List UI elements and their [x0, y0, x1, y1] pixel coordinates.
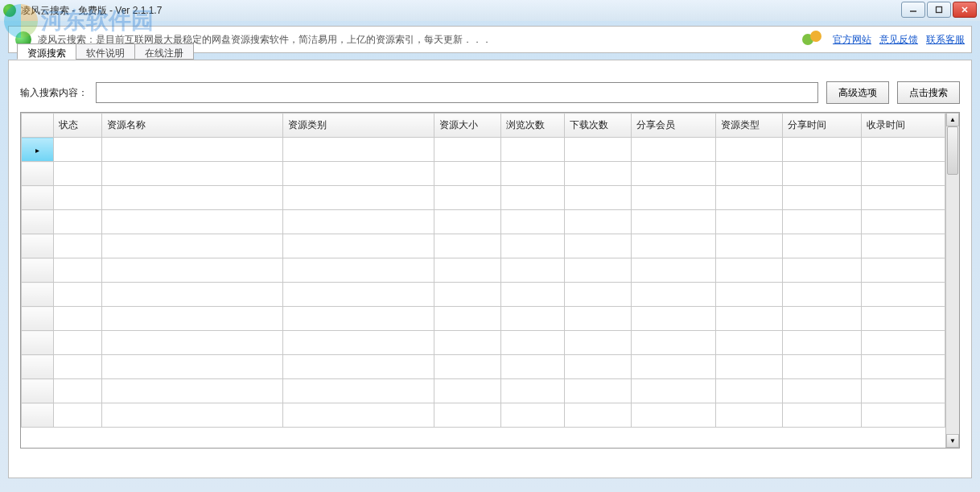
- cell-views[interactable]: [500, 234, 564, 258]
- table-row[interactable]: [22, 234, 945, 258]
- cell-name[interactable]: [101, 283, 282, 307]
- cell-index_time[interactable]: [861, 258, 945, 283]
- cell-downloads[interactable]: [565, 403, 632, 428]
- row-header[interactable]: [22, 258, 54, 283]
- cell-member[interactable]: [632, 138, 715, 162]
- column-header-name[interactable]: 资源名称: [101, 114, 282, 138]
- tab-search[interactable]: 资源搜索: [17, 43, 76, 60]
- row-header[interactable]: [22, 210, 54, 234]
- cell-category[interactable]: [283, 403, 434, 428]
- cell-name[interactable]: [101, 234, 282, 258]
- row-header[interactable]: [22, 331, 54, 355]
- cell-type[interactable]: [715, 138, 782, 162]
- cell-size[interactable]: [434, 307, 500, 331]
- cell-member[interactable]: [632, 210, 715, 234]
- cell-views[interactable]: [500, 186, 564, 210]
- cell-size[interactable]: [434, 403, 500, 428]
- cell-name[interactable]: [101, 162, 282, 186]
- cell-views[interactable]: [500, 307, 564, 331]
- cell-share_time[interactable]: [782, 283, 861, 307]
- cell-name[interactable]: [101, 355, 282, 379]
- cell-size[interactable]: [434, 258, 500, 283]
- scroll-down-button[interactable]: ▼: [946, 434, 959, 448]
- cell-views[interactable]: [500, 379, 564, 403]
- cell-status[interactable]: [53, 355, 101, 379]
- cell-member[interactable]: [632, 283, 715, 307]
- cell-type[interactable]: [715, 234, 782, 258]
- column-header-member[interactable]: 分享会员: [632, 114, 715, 138]
- link-contact[interactable]: 联系客服: [926, 33, 965, 47]
- cell-size[interactable]: [434, 355, 500, 379]
- cell-size[interactable]: [434, 162, 500, 186]
- cell-name[interactable]: [101, 307, 282, 331]
- table-row[interactable]: [22, 379, 945, 403]
- cell-index_time[interactable]: [861, 210, 945, 234]
- cell-category[interactable]: [283, 162, 434, 186]
- cell-member[interactable]: [632, 234, 715, 258]
- cell-type[interactable]: [715, 403, 782, 428]
- cell-views[interactable]: [500, 331, 564, 355]
- cell-share_time[interactable]: [782, 379, 861, 403]
- cell-index_time[interactable]: [861, 379, 945, 403]
- cell-share_time[interactable]: [782, 162, 861, 186]
- search-input[interactable]: [96, 82, 818, 103]
- close-button[interactable]: [953, 2, 977, 18]
- row-header[interactable]: [22, 307, 54, 331]
- cell-views[interactable]: [500, 283, 564, 307]
- link-feedback[interactable]: 意见反馈: [879, 33, 918, 47]
- cell-status[interactable]: [53, 234, 101, 258]
- cell-share_time[interactable]: [782, 331, 861, 355]
- cell-status[interactable]: [53, 162, 101, 186]
- cell-downloads[interactable]: [565, 138, 632, 162]
- cell-category[interactable]: [283, 331, 434, 355]
- cell-size[interactable]: [434, 210, 500, 234]
- cell-downloads[interactable]: [565, 331, 632, 355]
- cell-downloads[interactable]: [565, 186, 632, 210]
- cell-downloads[interactable]: [565, 283, 632, 307]
- cell-views[interactable]: [500, 403, 564, 428]
- cell-type[interactable]: [715, 283, 782, 307]
- cell-share_time[interactable]: [782, 138, 861, 162]
- scroll-track[interactable]: [946, 126, 959, 434]
- cell-share_time[interactable]: [782, 210, 861, 234]
- cell-share_time[interactable]: [782, 355, 861, 379]
- cell-type[interactable]: [715, 331, 782, 355]
- row-header[interactable]: [22, 162, 54, 186]
- minimize-button[interactable]: [901, 2, 925, 18]
- cell-status[interactable]: [53, 258, 101, 283]
- row-header[interactable]: [22, 234, 54, 258]
- cell-name[interactable]: [101, 210, 282, 234]
- cell-index_time[interactable]: [861, 403, 945, 428]
- cell-size[interactable]: [434, 234, 500, 258]
- cell-index_time[interactable]: [861, 186, 945, 210]
- table-row[interactable]: [22, 210, 945, 234]
- table-row[interactable]: [22, 283, 945, 307]
- cell-member[interactable]: [632, 355, 715, 379]
- cell-downloads[interactable]: [565, 162, 632, 186]
- cell-type[interactable]: [715, 379, 782, 403]
- cell-member[interactable]: [632, 186, 715, 210]
- cell-type[interactable]: [715, 162, 782, 186]
- cell-status[interactable]: [53, 403, 101, 428]
- row-header[interactable]: [22, 403, 54, 428]
- table-row[interactable]: [22, 355, 945, 379]
- column-header-type[interactable]: 资源类型: [715, 114, 782, 138]
- cell-category[interactable]: [283, 283, 434, 307]
- cell-type[interactable]: [715, 186, 782, 210]
- cell-share_time[interactable]: [782, 258, 861, 283]
- cell-index_time[interactable]: [861, 355, 945, 379]
- scroll-thumb[interactable]: [947, 126, 958, 175]
- cell-share_time[interactable]: [782, 234, 861, 258]
- cell-index_time[interactable]: [861, 307, 945, 331]
- cell-share_time[interactable]: [782, 186, 861, 210]
- cell-category[interactable]: [283, 210, 434, 234]
- cell-type[interactable]: [715, 307, 782, 331]
- row-header[interactable]: [22, 186, 54, 210]
- cell-size[interactable]: [434, 283, 500, 307]
- cell-name[interactable]: [101, 379, 282, 403]
- cell-category[interactable]: [283, 234, 434, 258]
- cell-member[interactable]: [632, 331, 715, 355]
- cell-index_time[interactable]: [861, 331, 945, 355]
- cell-category[interactable]: [283, 355, 434, 379]
- search-button[interactable]: 点击搜索: [897, 81, 960, 104]
